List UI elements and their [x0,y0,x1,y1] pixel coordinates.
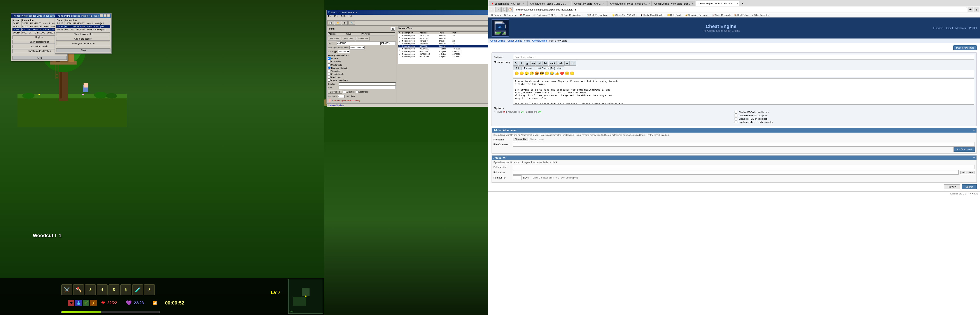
tab-close-pointer[interactable]: ✕ [648,2,650,5]
tab-close-view[interactable]: ✕ [692,2,694,5]
back-btn[interactable]: ← [489,7,495,12]
randomize-checkbox[interactable] [328,76,331,78]
fmt-img[interactable]: img [530,61,536,65]
hex-input[interactable] [337,41,380,45]
table-row[interactable]: 24525 04C789C - 0F10 00 - movaps xmm0,[e… [56,28,110,31]
html-checkbox[interactable] [735,117,737,120]
fmt-size[interactable]: sz [564,61,570,65]
smiley-1[interactable]: 😊 [514,71,519,76]
message-textarea[interactable]: I know to do want across some Maps (will… [513,78,974,105]
bookmark-kindle[interactable]: 📱 Kindle Cloud Reader [639,14,665,17]
smiley-4[interactable]: 😢 [530,71,534,76]
bookmark-games[interactable]: 🎮 Games [489,14,502,17]
bbcode-checkbox[interactable] [735,111,737,113]
address-entry[interactable]: ☐No description43F4BE0Double22 [398,42,488,45]
scan-add-codelist-btn[interactable]: Add to the codelist [56,37,110,41]
bookmark-realestate[interactable]: 🏠 Real Estate [733,14,750,17]
fmt-list[interactable]: lst [543,61,548,65]
poll-days-input[interactable] [513,175,522,180]
address-entry[interactable]: ☐No description43AA3130Double22 [398,34,488,37]
address-bar[interactable] [514,7,967,12]
address-entry[interactable]: ☐No description017860044 Bytes43F88B2 [398,50,488,53]
address-entry[interactable]: ☐No description01DD60204 Bytes43F88B2 [398,48,488,50]
attachment-toggle[interactable]: + [973,129,975,132]
menu-edit[interactable]: Edit [333,15,339,20]
inv-slot-2[interactable]: 🪓 [73,284,84,295]
tab-ce-tutorial[interactable]: Cheat Engine Tutorial Guide 2.0... ✕ [527,1,571,6]
poll-option-input[interactable] [513,170,959,175]
fmt-color[interactable]: clr [570,61,576,65]
address-entry[interactable]: ☐No description43B7170Double22 [398,37,488,40]
undo-scan-btn[interactable]: Undo Scan [356,37,370,40]
address-list[interactable]: ✓ Description Address Type Value ☐No des… [398,31,488,64]
fmt-quote[interactable]: quot [549,61,557,65]
scan-type-select[interactable]: Exact Value [349,46,365,49]
smiley-9[interactable]: 👍 [555,71,559,76]
fast-scan-input[interactable] [338,95,345,98]
preview-btn[interactable]: Preview [944,185,960,189]
subject-input[interactable] [513,55,974,59]
address-entry[interactable]: ☐No description017B6000C4 Bytes43F88B3 [398,53,488,55]
speedhack-checkbox[interactable] [328,79,331,81]
stop-btn[interactable]: Stop [13,56,67,60]
fmt-italic[interactable]: i [519,61,524,65]
bookmark-stock[interactable]: 📈 Stock Research [711,14,732,17]
nav-register[interactable]: [Register] [933,27,943,29]
nav-login[interactable]: [Login] [946,27,953,29]
last-digits-checkbox[interactable] [356,91,358,94]
scan-investigate-btn[interactable]: Investigate this location [56,41,110,45]
smiley-10[interactable]: ❤️ [560,71,564,76]
editor-tab-edit[interactable]: Edit [513,67,522,70]
breadcrumb-ce[interactable]: Cheat Engine [532,39,547,42]
inv-slot-8[interactable]: 8 [144,284,155,295]
refresh-btn[interactable]: ↻ [501,7,507,12]
rounded-radio[interactable] [328,67,331,69]
extra-info-checkbox[interactable] [328,73,331,75]
toolbar-btn-2[interactable]: 📂 [335,21,341,25]
smilies-checkbox[interactable] [735,114,737,117]
tab-close-post[interactable]: ✕ [737,2,738,5]
simulate-input[interactable] [339,83,396,86]
menu-help[interactable]: Help [347,15,355,20]
smiley-8[interactable]: 😂 [550,71,554,76]
next-scan-btn[interactable]: Next Scan [342,37,355,40]
table-row[interactable]: 44503 01003 - F2 3F10 0E - movsd xmm1,[e… [56,25,110,28]
inv-slot-7[interactable]: 🧪 [132,284,143,295]
bookmark-bookworm[interactable]: 📖 Bookworm FC (1 B... [532,14,558,17]
editor-tab-lastcheck[interactable]: Last Checked(Jac) Latest [534,67,564,70]
value-type-select[interactable]: Double Float 4 Bytes [338,50,350,53]
breadcrumb-home[interactable]: Cheat Engine [490,39,505,42]
address-entry-selected[interactable]: ☐No description43F8883Double22 [398,45,488,48]
poll-toggle[interactable]: + [973,156,975,159]
inv-slot-5[interactable]: 5 [108,284,119,295]
bookmark-savings[interactable]: 💰 Upcoming Savings... [684,14,710,17]
table-row[interactable]: 24526 24026 - F2 3F10 07 - movsd xmm0,[e… [56,22,110,25]
inv-slot-4[interactable]: 4 [97,284,108,295]
truncated-radio[interactable] [328,70,331,72]
poll-question-input[interactable] [513,165,975,169]
fmt-code[interactable]: code [557,61,564,65]
submit-btn[interactable]: Submit [962,185,977,189]
notify-checkbox[interactable] [735,121,737,123]
forward-btn[interactable]: → [495,7,501,12]
tab-ce-view-topic[interactable]: Cheat Engine - View topic - Det... ✕ [651,1,695,6]
toolbar-btn-4[interactable]: 🔧 [348,21,355,25]
post-new-topic-btn[interactable]: Post a new topic [953,45,977,50]
bookmark-book-reg2[interactable]: 📋 Book Registration... [585,14,610,17]
new-scan-btn[interactable]: New Scan [328,37,341,40]
fmt-url[interactable]: url [536,61,542,65]
stop-input[interactable] [339,86,396,89]
tab-close-new-topic[interactable]: ✕ [602,2,604,5]
scan-close-btn[interactable]: ✕ [107,14,110,17]
add-option-btn[interactable]: Add option [960,170,975,174]
smiley-2[interactable]: 😄 [520,71,524,76]
tab-close-tutorial[interactable]: ✕ [568,2,570,5]
scan-results-list[interactable]: Address Value Previous 31C0DB4 43F88B3 4… [328,32,395,35]
settings-btn[interactable]: ⋮ [974,7,979,12]
fmt-underline[interactable]: u [525,61,530,65]
executable-checkbox[interactable] [328,60,331,63]
nav-profile[interactable]: [Profile] [969,27,977,29]
smiley-5[interactable]: 😡 [535,71,539,76]
tab-ce-new-topic[interactable]: Cheat New topic - Che... ✕ [571,1,607,6]
inv-slot-3[interactable]: 3 [85,284,96,295]
